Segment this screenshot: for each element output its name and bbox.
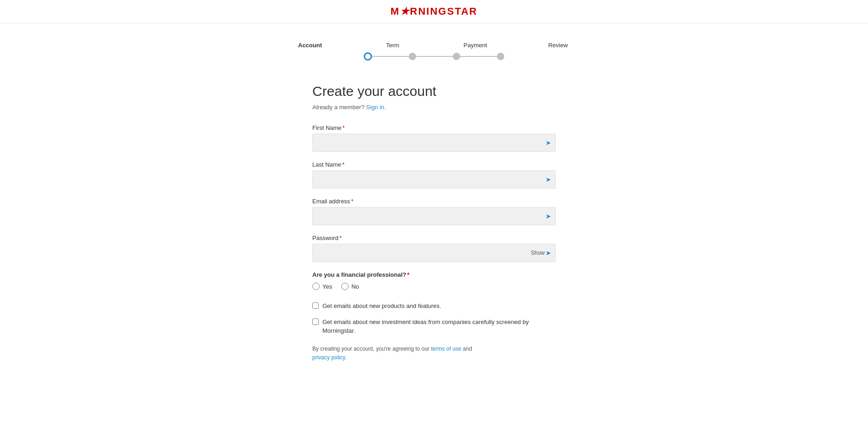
- radio-no-label: No: [351, 283, 359, 290]
- step-dot-payment: [453, 53, 460, 60]
- last-name-input[interactable]: [312, 170, 556, 189]
- email-icon: ➤: [546, 212, 551, 220]
- step-dot-account: [364, 52, 372, 61]
- last-name-group: Last Name* ➤: [312, 161, 556, 189]
- password-group: Password* Show➤: [312, 235, 556, 262]
- already-member-text: Already a member? Sign in.: [312, 104, 556, 111]
- first-name-group: First Name* ➤: [312, 124, 556, 152]
- email-group: Email address* ➤: [312, 198, 556, 225]
- radio-no-input[interactable]: [341, 283, 349, 290]
- required-star-lastname: *: [342, 161, 344, 168]
- step-label-term: Term: [370, 42, 416, 49]
- required-star-password: *: [339, 235, 342, 241]
- show-password-arrow: ➤: [546, 249, 551, 257]
- stepper-labels: Account Term Payment Review: [287, 42, 581, 49]
- email-label: Email address*: [312, 198, 556, 205]
- email-products-label: Get emails about new products and featur…: [322, 302, 441, 311]
- email-products-checkbox[interactable]: [312, 302, 319, 309]
- financial-professional-group: Are you a financial professional?* Yes N…: [312, 271, 556, 290]
- step-dot-term: [409, 53, 416, 60]
- connector-2: [416, 56, 453, 57]
- last-name-wrapper: ➤: [312, 170, 556, 189]
- first-name-icon: ➤: [546, 139, 551, 146]
- morningstar-logo: M★RNINGSTAR: [390, 6, 477, 17]
- stepper-dots: [364, 52, 504, 61]
- radio-yes-input[interactable]: [312, 283, 320, 290]
- form-title: Create your account: [312, 84, 556, 99]
- connector-1: [372, 56, 409, 57]
- logo-star: ★: [400, 6, 410, 17]
- step-label-account: Account: [287, 42, 333, 49]
- stepper: Account Term Payment Review: [287, 42, 581, 61]
- password-wrapper: Show➤: [312, 244, 556, 262]
- radio-no-option[interactable]: No: [341, 283, 359, 290]
- password-label: Password*: [312, 235, 556, 241]
- first-name-wrapper: ➤: [312, 134, 556, 152]
- email-investment-option: Get emails about new investment ideas fr…: [312, 318, 556, 335]
- sign-in-link[interactable]: Sign in.: [366, 104, 386, 111]
- step-label-payment: Payment: [452, 42, 498, 49]
- email-investment-checkbox[interactable]: [312, 318, 319, 325]
- terms-of-use-link[interactable]: terms of use: [431, 346, 461, 352]
- first-name-input[interactable]: [312, 134, 556, 152]
- password-input[interactable]: [312, 244, 556, 262]
- header: M★RNINGSTAR: [0, 0, 868, 23]
- email-wrapper: ➤: [312, 207, 556, 225]
- connector-3: [460, 56, 497, 57]
- radio-options: Yes No: [312, 283, 556, 290]
- logo-m: M: [390, 6, 400, 17]
- step-label-review: Review: [535, 42, 581, 49]
- show-password-button[interactable]: Show➤: [531, 249, 551, 257]
- radio-yes-option[interactable]: Yes: [312, 283, 332, 290]
- last-name-icon: ➤: [546, 176, 551, 183]
- privacy-policy-link[interactable]: privacy policy: [312, 354, 345, 361]
- radio-yes-label: Yes: [322, 283, 332, 290]
- email-products-option: Get emails about new products and featur…: [312, 302, 556, 311]
- terms-text: By creating your account, you're agreein…: [312, 345, 556, 362]
- last-name-label: Last Name*: [312, 161, 556, 168]
- required-star-financial: *: [407, 271, 409, 278]
- required-star-firstname: *: [343, 124, 345, 131]
- logo-rningstar: RNINGSTAR: [410, 6, 478, 17]
- checkbox-section: Get emails about new products and featur…: [312, 302, 556, 335]
- financial-professional-label: Are you a financial professional?*: [312, 271, 556, 278]
- step-dot-review: [497, 53, 504, 60]
- first-name-label: First Name*: [312, 124, 556, 131]
- form-container: Create your account Already a member? Si…: [312, 84, 556, 362]
- email-input[interactable]: [312, 207, 556, 225]
- required-star-email: *: [351, 198, 353, 205]
- email-investment-label: Get emails about new investment ideas fr…: [322, 318, 556, 335]
- main-content: Account Term Payment Review Create you: [0, 23, 868, 362]
